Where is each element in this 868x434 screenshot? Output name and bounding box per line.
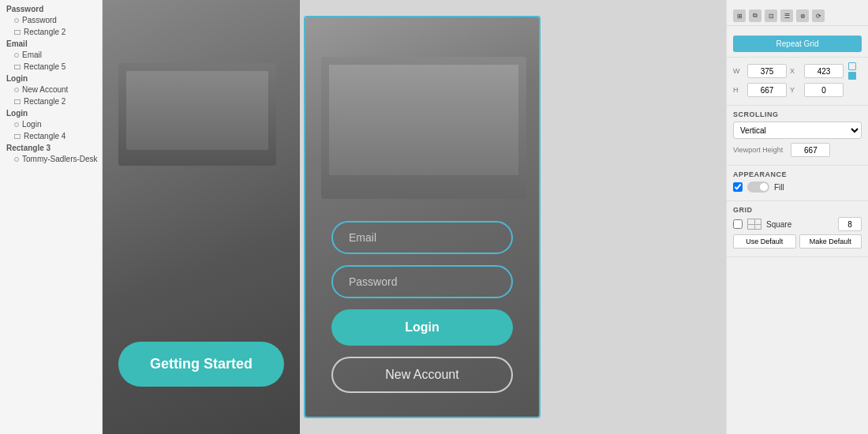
email-input[interactable] [331,221,513,254]
toolbar-icon-6[interactable]: ⟳ [812,9,825,22]
toolbar-icon-5[interactable]: ⊛ [796,9,809,22]
dot-icon [14,122,19,127]
viewport-height-label: Viewport Height [733,146,783,154]
grid-buttons-row: Use Default Make Default [733,234,862,249]
w-label: W [733,67,744,75]
password-input[interactable] [331,265,513,298]
toolbar-icon-4[interactable]: ☰ [780,9,793,22]
fill-row: Fill [733,181,862,193]
layer-item-tommy[interactable]: Tommy-Sadlers-Desk [0,153,102,165]
grid-value-input[interactable] [838,217,862,231]
width-row: W X [733,62,862,80]
layer-item-rect4[interactable]: Rectangle 4 [0,130,102,142]
toolbar-icon-3[interactable]: ⊡ [765,9,777,22]
layer-group-login1: Login [0,73,102,84]
phone-bg-2: Login New Account [305,17,539,417]
rect-icon [14,99,21,104]
layer-item-rect2b[interactable]: Rectangle 2 [0,95,102,107]
scrolling-title: SCROLLING [733,110,862,118]
layer-group-rect3: Rectangle 3 [0,142,102,153]
repeat-grid-button[interactable]: Repeat Grid [733,36,862,52]
x-input[interactable] [804,64,844,78]
new-account-button[interactable]: New Account [331,357,513,393]
x-label: X [790,67,801,75]
monitor-screen2 [329,65,518,175]
layer-item-login[interactable]: Login [0,118,102,130]
layer-item-email[interactable]: Email [0,49,102,61]
monitor-screen [126,71,268,150]
toggle-knob [760,183,768,191]
repeat-grid-section: Repeat Grid [727,31,868,58]
height-row: H Y [733,83,862,97]
use-default-button[interactable]: Use Default [733,234,796,249]
viewport-height-input[interactable] [791,143,830,157]
scrolling-section: SCROLLING Vertical Horizontal None Viewp… [727,106,868,166]
grid-icon [747,219,761,230]
canvas-area: Getting Started 2 Login New Account [103,0,726,434]
layer-item-rect5[interactable]: Rectangle 5 [0,61,102,73]
dimensions-section: W X H Y [727,58,868,106]
grid-title: GRID [733,206,862,214]
getting-started-button[interactable]: Getting Started [118,342,284,387]
phone-frame-1: Getting Started [103,0,300,434]
appearance-title: APPEARANCE [733,170,862,178]
phone-frame-2[interactable]: 2 Login New Account [304,16,541,418]
grid-checkbox[interactable] [733,219,743,229]
rect-icon [14,30,21,35]
constraint-icons [848,62,856,80]
dot-icon [14,53,19,58]
layer-group-login2: Login [0,107,102,118]
layer-item-new-account[interactable]: New Account [0,84,102,95]
layers-panel: Password Password Rectangle 2 Email Emai… [0,0,103,434]
make-default-button[interactable]: Make Default [799,234,862,249]
fill-toggle[interactable] [747,181,769,193]
fill-label: Fill [774,183,784,192]
layer-item-password[interactable]: Password [0,14,102,26]
properties-panel: ⊞ ⧉ ⊡ ☰ ⊛ ⟳ Repeat Grid W X H Y SCROLL [726,0,868,434]
y-label: Y [790,86,801,94]
toolbar-icon-2[interactable]: ⧉ [749,9,761,22]
prop-toolbar: ⊞ ⧉ ⊡ ☰ ⊛ ⟳ [727,6,868,26]
responsive-icon [848,72,856,80]
scrolling-dropdown[interactable]: Vertical Horizontal None [733,122,862,139]
h-label: H [733,86,744,94]
square-label: Square [766,220,833,229]
rect-icon [14,134,21,139]
grid-section: GRID Square Use Default Make Default [727,201,868,257]
dot-icon [14,88,19,92]
dot-icon [14,18,19,23]
phone-bg-1: Getting Started [103,0,300,434]
height-input[interactable] [747,83,787,97]
appearance-section: APPEARANCE Fill [727,166,868,201]
dot-icon [14,157,19,162]
toolbar-icon-1[interactable]: ⊞ [733,9,746,22]
square-row: Square [733,217,862,231]
rect-icon [14,65,21,69]
viewport-height-row: Viewport Height [733,143,862,157]
layer-item-rect2a[interactable]: Rectangle 2 [0,26,102,38]
fill-checkbox[interactable] [733,182,743,192]
login-button[interactable]: Login [331,309,513,346]
layer-group-email: Email [0,38,102,49]
lock-icon [848,62,856,70]
y-input[interactable] [804,83,844,97]
layer-group-password: Password [0,3,102,14]
width-input[interactable] [747,64,787,78]
